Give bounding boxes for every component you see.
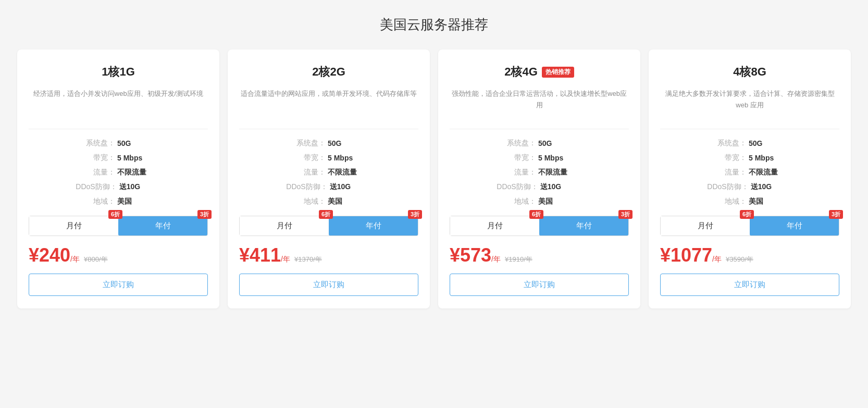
spec-label: DDoS防御： bbox=[497, 182, 538, 192]
price-main: ¥240/年 bbox=[29, 244, 80, 266]
spec-value: 不限流量 bbox=[538, 168, 580, 177]
hot-badge: 热销推荐 bbox=[542, 67, 574, 78]
card-title: 2核4G bbox=[504, 64, 538, 80]
price-original: ¥1910/年 bbox=[505, 255, 532, 264]
tab-wrap-0: 6折月付 bbox=[450, 216, 539, 236]
spec-label: 地域： bbox=[709, 197, 747, 206]
tab-wrap-1: 3折年付 bbox=[118, 216, 207, 236]
buy-button[interactable]: 立即订购 bbox=[239, 274, 418, 296]
card-desc: 强劲性能，适合企业日常运营活动，以及快速增长型web应用 bbox=[450, 88, 629, 117]
spec-row-1: 带宽：5 Mbps bbox=[660, 153, 839, 163]
spec-row-3: DDoS防御：送10G bbox=[29, 182, 208, 192]
price-number: ¥1077 bbox=[660, 244, 712, 266]
specs: 系统盘：50G带宽：5 Mbps流量：不限流量DDoS防御：送10G地域：美国 bbox=[29, 139, 208, 206]
spec-label: 带宽： bbox=[288, 153, 326, 163]
spec-value: 5 Mbps bbox=[538, 154, 580, 162]
spec-label: DDoS防御： bbox=[76, 182, 117, 192]
tab-wrap-1: 3折年付 bbox=[329, 216, 418, 236]
spec-label: 系统盘： bbox=[709, 139, 747, 148]
card-4: 4核8G满足绝大多数开发计算要求，适合计算、存储资源密集型 web 应用系统盘：… bbox=[649, 50, 851, 308]
spec-row-2: 流量：不限流量 bbox=[239, 168, 418, 177]
spec-row-1: 带宽：5 Mbps bbox=[450, 153, 629, 163]
price-unit: /年 bbox=[281, 255, 290, 263]
spec-value: 50G bbox=[117, 139, 159, 147]
tab-badge: 6折 bbox=[740, 210, 754, 219]
spec-row-3: DDoS防御：送10G bbox=[450, 182, 629, 192]
price-main: ¥573/年 bbox=[450, 244, 501, 266]
card-2: 2核2G适合流量适中的网站应用，或简单开发环境、代码存储库等系统盘：50G带宽：… bbox=[228, 50, 430, 308]
card-desc: 满足绝大多数开发计算要求，适合计算、存储资源密集型 web 应用 bbox=[660, 88, 839, 117]
spec-label: 地域： bbox=[499, 197, 536, 206]
tab-monthly[interactable]: 月付 bbox=[661, 216, 750, 236]
tab-monthly[interactable]: 月付 bbox=[240, 216, 329, 236]
buy-button[interactable]: 立即订购 bbox=[29, 274, 208, 296]
price-row: ¥240/年¥800/年 bbox=[29, 244, 208, 266]
spec-label: 带宽： bbox=[709, 153, 747, 163]
spec-value: 50G bbox=[328, 139, 369, 147]
spec-row-2: 流量：不限流量 bbox=[660, 168, 839, 177]
tab-row: 6折月付3折年付 bbox=[660, 216, 839, 236]
price-original: ¥1370/年 bbox=[294, 255, 322, 264]
spec-value: 不限流量 bbox=[328, 168, 369, 177]
tab-monthly[interactable]: 月付 bbox=[29, 216, 118, 236]
spec-row-4: 地域：美国 bbox=[239, 197, 418, 206]
spec-label: 流量： bbox=[78, 168, 115, 177]
spec-value: 送10G bbox=[119, 182, 161, 192]
spec-label: DDoS防御： bbox=[707, 182, 748, 192]
tab-row: 6折月付3折年付 bbox=[239, 216, 418, 236]
tab-wrap-1: 3折年付 bbox=[539, 216, 628, 236]
tab-badge: 3折 bbox=[408, 210, 422, 219]
tab-annual[interactable]: 年付 bbox=[539, 216, 628, 236]
specs: 系统盘：50G带宽：5 Mbps流量：不限流量DDoS防御：送10G地域：美国 bbox=[239, 139, 418, 206]
card-desc: 经济适用，适合小并发访问web应用、初级开发/测试环境 bbox=[29, 88, 208, 117]
tab-row: 6折月付3折年付 bbox=[450, 216, 629, 236]
tab-annual[interactable]: 年付 bbox=[118, 216, 207, 236]
tab-badge: 3折 bbox=[829, 210, 843, 219]
spec-label: 地域： bbox=[288, 197, 326, 206]
spec-label: 流量： bbox=[288, 168, 326, 177]
spec-label: 系统盘： bbox=[499, 139, 536, 148]
tab-annual[interactable]: 年付 bbox=[750, 216, 839, 236]
card-3: 2核4G热销推荐强劲性能，适合企业日常运营活动，以及快速增长型web应用系统盘：… bbox=[438, 50, 640, 308]
page-title: 美国云服务器推荐 bbox=[10, 16, 858, 34]
spec-row-4: 地域：美国 bbox=[450, 197, 629, 206]
spec-value: 5 Mbps bbox=[117, 154, 159, 162]
spec-row-0: 系统盘：50G bbox=[29, 139, 208, 148]
tab-wrap-0: 6折月付 bbox=[240, 216, 329, 236]
buy-button[interactable]: 立即订购 bbox=[660, 274, 839, 296]
tab-annual[interactable]: 年付 bbox=[329, 216, 418, 236]
spec-value: 不限流量 bbox=[749, 168, 790, 177]
spec-label: 带宽： bbox=[78, 153, 115, 163]
card-title: 2核2G bbox=[312, 64, 345, 80]
price-row: ¥1077/年¥3590/年 bbox=[660, 244, 839, 266]
spec-value: 美国 bbox=[328, 197, 369, 206]
card-title-row: 2核4G热销推荐 bbox=[450, 64, 629, 80]
tab-badge: 3折 bbox=[618, 210, 633, 219]
spec-row-1: 带宽：5 Mbps bbox=[29, 153, 208, 163]
divider bbox=[660, 129, 839, 129]
spec-value: 50G bbox=[538, 139, 580, 147]
card-title-row: 4核8G bbox=[660, 64, 839, 80]
specs: 系统盘：50G带宽：5 Mbps流量：不限流量DDoS防御：送10G地域：美国 bbox=[450, 139, 629, 206]
price-original: ¥800/年 bbox=[84, 255, 108, 264]
tab-wrap-0: 6折月付 bbox=[661, 216, 750, 236]
tab-monthly[interactable]: 月付 bbox=[450, 216, 539, 236]
spec-row-4: 地域：美国 bbox=[660, 197, 839, 206]
spec-row-0: 系统盘：50G bbox=[450, 139, 629, 148]
card-1: 1核1G经济适用，适合小并发访问web应用、初级开发/测试环境系统盘：50G带宽… bbox=[17, 50, 219, 308]
spec-value: 送10G bbox=[751, 182, 792, 192]
spec-label: 系统盘： bbox=[288, 139, 326, 148]
spec-value: 不限流量 bbox=[117, 168, 159, 177]
price-row: ¥411/年¥1370/年 bbox=[239, 244, 418, 266]
price-main: ¥1077/年 bbox=[660, 244, 722, 266]
tab-row: 6折月付3折年付 bbox=[29, 216, 208, 236]
spec-row-3: DDoS防御：送10G bbox=[660, 182, 839, 192]
spec-row-3: DDoS防御：送10G bbox=[239, 182, 418, 192]
spec-label: 流量： bbox=[499, 168, 536, 177]
price-row: ¥573/年¥1910/年 bbox=[450, 244, 629, 266]
spec-value: 5 Mbps bbox=[328, 154, 369, 162]
spec-row-2: 流量：不限流量 bbox=[29, 168, 208, 177]
spec-label: DDoS防御： bbox=[286, 182, 327, 192]
buy-button[interactable]: 立即订购 bbox=[450, 274, 629, 296]
price-number: ¥240 bbox=[29, 244, 70, 266]
